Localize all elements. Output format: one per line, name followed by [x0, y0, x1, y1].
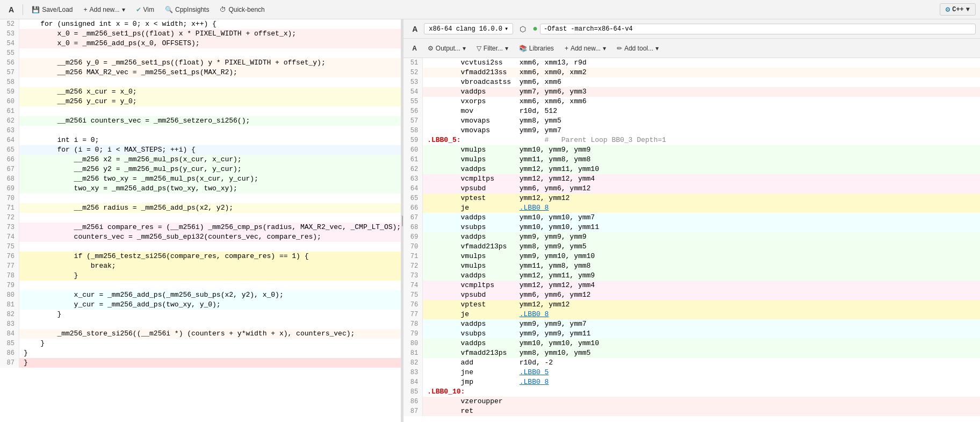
table-row: 63 vcmpltps ymm12, ymm12, ymm4 [403, 174, 980, 184]
lang-dropdown-icon: ▼ [966, 6, 970, 13]
asm-label-link[interactable]: .LBB0_5 [520, 368, 549, 376]
right-logo2-icon: A [412, 45, 417, 52]
line-number: 80 [0, 290, 19, 300]
asm-label-link[interactable]: .LBB0_8 [520, 378, 549, 386]
line-number: 59 [403, 135, 423, 145]
right-logo2-button[interactable]: A [408, 44, 421, 53]
compiler-bar: A x86-64 clang 16.0.0 ▾ ⬡ ● [403, 19, 980, 39]
asm-label-link[interactable]: .LBB0_8 [520, 310, 549, 318]
table-row: 58 [0, 77, 401, 87]
line-content: x_0 = _mm256_add_ps(x_0, OFFSETS); [19, 39, 401, 48]
filter-button[interactable]: ▽ Filter... ▾ [472, 44, 513, 53]
line-content: vmulps ymm10, ymm9, ymm9 [423, 145, 980, 155]
line-content: .LBB0_5: # Parent Loop BB0_3 Depth=1 [423, 135, 980, 145]
table-row: 54 vaddps ymm7, ymm6, ymm3 [403, 87, 980, 97]
book-icon: 📚 [519, 45, 527, 52]
line-content: } [19, 358, 401, 368]
line-content: vaddps ymm12, ymm11, ymm10 [423, 164, 980, 174]
line-content: vcmpltps ymm12, ymm12, ymm4 [423, 174, 980, 184]
line-content: vfmadd213ss xmm6, xmm0, xmm2 [423, 68, 980, 77]
line-number: 74 [403, 281, 423, 290]
line-number: 77 [403, 310, 423, 319]
line-content: vmulps ymm9, ymm10, ymm10 [423, 252, 980, 261]
table-row: 80 vaddps ymm10, ymm10, ymm10 [403, 339, 980, 348]
line-number: 51 [403, 58, 423, 68]
table-row: 58 vmovaps ymm9, ymm7 [403, 126, 980, 135]
line-content: _mm256_store_si256((__m256i *) (counters… [19, 329, 401, 339]
line-number: 63 [403, 174, 423, 184]
line-content: for (unsigned int x = 0; x < width; x++)… [19, 19, 401, 29]
line-number: 68 [403, 223, 423, 232]
table-row: 79 vsubps ymm9, ymm9, ymm11 [403, 329, 980, 339]
cpp-insights-button[interactable]: 🔍 CppInsights [161, 5, 213, 15]
lang-badge[interactable]: ⚙ C++ ▼ [940, 3, 976, 16]
table-row: 69 two_xy = _mm256_add_ps(two_xy, two_xy… [0, 184, 401, 194]
line-number: 86 [403, 397, 423, 406]
line-content: vcvtusi2ss xmm6, xmm13, r9d [423, 58, 980, 68]
line-number: 62 [0, 116, 19, 126]
save-load-button[interactable]: 💾 Save/Load [27, 5, 77, 15]
open-external-button[interactable]: ⬡ [515, 24, 530, 34]
line-content: vptest ymm12, ymm12 [423, 194, 980, 203]
line-number: 79 [0, 281, 19, 290]
line-number: 59 [0, 87, 19, 97]
line-number: 84 [403, 377, 423, 387]
quick-bench-button[interactable]: ⏱ Quick-bench [215, 5, 269, 15]
asm-label-link[interactable]: .LBB0_8 [520, 204, 549, 212]
line-content [19, 77, 401, 87]
compiler-flags-input[interactable] [540, 24, 976, 34]
compiler-selector[interactable]: x86-64 clang 16.0.0 ▾ [424, 23, 513, 34]
libraries-button[interactable]: 📚 Libraries [515, 44, 558, 53]
right-add-new-button[interactable]: + Add new... ▾ [560, 44, 610, 53]
add-icon: + [84, 6, 88, 13]
compiler-dropdown-icon: ▾ [505, 25, 508, 33]
main-content: 52 for (unsigned int x = 0; x < width; x… [0, 19, 980, 422]
line-content: x_cur = _mm256_add_ps(_mm256_sub_ps(x2, … [19, 290, 401, 300]
table-row: 56 __m256 y_0 = _mm256_set1_ps((float) y… [0, 58, 401, 68]
table-row: 86 vzeroupper [403, 397, 980, 406]
divider-dot [402, 216, 403, 226]
table-row: 71 vmulps ymm9, ymm10, ymm10 [403, 252, 980, 261]
line-content: } [19, 310, 401, 319]
line-content [19, 106, 401, 116]
line-content: vaddps ymm10, ymm10, ymm7 [423, 213, 980, 223]
table-row: 83 jne .LBB0_5 [403, 368, 980, 377]
table-row: 57 __m256 MAX_R2_vec = _mm256_set1_ps(MA… [0, 68, 401, 77]
line-content: for (i = 0; i < MAX_STEPS; ++i) { [19, 145, 401, 155]
add-new-button[interactable]: + Add new... ▾ [80, 5, 129, 15]
table-row: 55 vxorps xmm6, xmm6, xmm6 [403, 97, 980, 106]
right-add-dropdown-icon: ▾ [603, 45, 606, 52]
line-content: vzeroupper [423, 397, 980, 406]
line-number: 80 [403, 339, 423, 348]
line-number: 83 [0, 319, 19, 329]
cpp-icon: ⚙ [946, 5, 950, 14]
line-number: 76 [403, 300, 423, 310]
table-row: 78 vaddps ymm9, ymm9, ymm7 [403, 319, 980, 329]
line-number: 60 [0, 97, 19, 106]
table-row: 59.LBB0_5: # Parent Loop BB0_3 Depth=1 [403, 135, 980, 145]
line-content [19, 281, 401, 290]
dropdown-icon: ▾ [122, 6, 125, 13]
output-button[interactable]: ⚙ Output... ▾ [423, 44, 470, 53]
line-content: .LBB0_10: [423, 387, 980, 397]
line-content [19, 319, 401, 329]
line-number: 65 [403, 194, 423, 203]
right-code-area[interactable]: 51 vcvtusi2ss xmm6, xmm13, r9d52 vfmadd2… [403, 58, 980, 422]
table-row: 81 vfmadd213ps ymm8, ymm10, ymm5 [403, 348, 980, 358]
line-content [19, 48, 401, 58]
logo-button[interactable]: A [4, 4, 18, 15]
vim-button[interactable]: ✔ Vim [132, 5, 158, 15]
table-row: 72 vmulps ymm11, ymm8, ymm8 [403, 261, 980, 271]
line-content: jmp .LBB0_8 [423, 377, 980, 387]
line-number: 82 [0, 310, 19, 319]
add-tool-dropdown-icon: ▾ [655, 45, 659, 52]
line-content: vaddps ymm9, ymm9, ymm7 [423, 319, 980, 329]
line-content: vsubps ymm10, ymm10, ymm11 [423, 223, 980, 232]
line-content: __m256 y_0 = _mm256_set1_ps((float) y * … [19, 58, 401, 68]
line-content: vpsubd ymm6, ymm6, ymm12 [423, 290, 980, 300]
right-logo-button[interactable]: A [408, 24, 422, 34]
line-content: __m256i counters_vec = _mm256_setzero_si… [19, 116, 401, 126]
add-tool-button[interactable]: ✏ Add tool... ▾ [612, 44, 663, 53]
left-code-area[interactable]: 52 for (unsigned int x = 0; x < width; x… [0, 19, 401, 422]
table-row: 66 __m256 x2 = _mm256_mul_ps(x_cur, x_cu… [0, 155, 401, 164]
